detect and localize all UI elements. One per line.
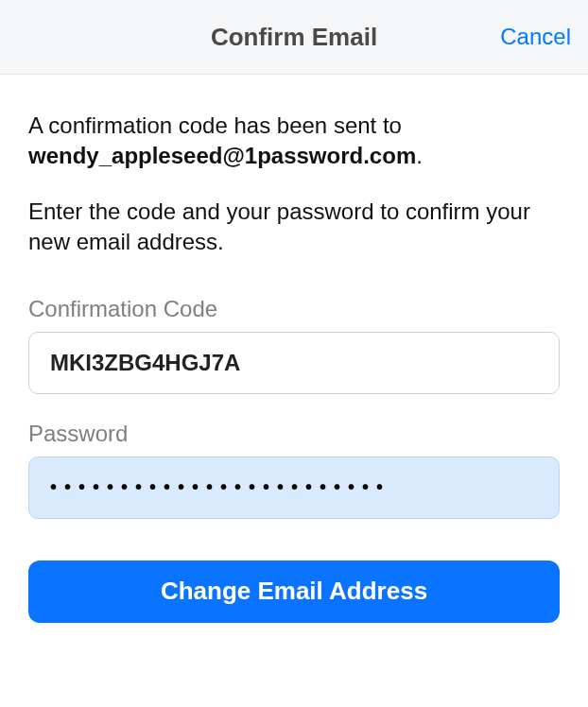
password-input[interactable] bbox=[28, 457, 560, 519]
dialog-title: Confirm Email bbox=[211, 23, 377, 52]
confirmation-code-group: Confirmation Code bbox=[28, 296, 560, 394]
cancel-button[interactable]: Cancel bbox=[500, 24, 571, 50]
change-email-button[interactable]: Change Email Address bbox=[28, 560, 560, 623]
password-label: Password bbox=[28, 421, 560, 447]
dialog-header: Confirm Email Cancel bbox=[0, 0, 588, 75]
intro-text-1: A confirmation code has been sent to wen… bbox=[28, 111, 560, 172]
intro-email: wendy_appleseed@1password.com bbox=[28, 143, 416, 168]
password-group: Password bbox=[28, 421, 560, 519]
confirmation-code-input[interactable] bbox=[28, 332, 560, 394]
dialog-content: A confirmation code has been sent to wen… bbox=[0, 75, 588, 623]
confirmation-code-label: Confirmation Code bbox=[28, 296, 560, 322]
intro-text-2: Enter the code and your password to conf… bbox=[28, 197, 560, 258]
intro-suffix: . bbox=[416, 143, 423, 168]
intro-prefix: A confirmation code has been sent to bbox=[28, 112, 402, 138]
